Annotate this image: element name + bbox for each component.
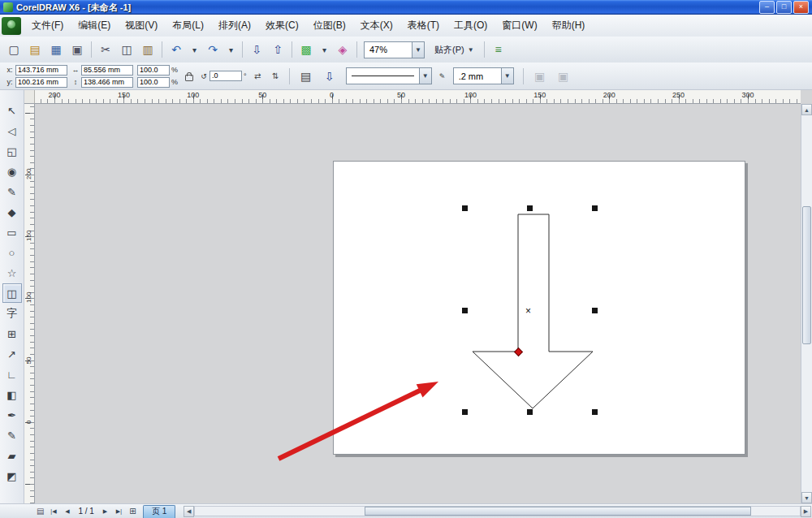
import-button[interactable]: ⇩ — [247, 40, 266, 59]
x-position-field[interactable]: 143.716 mm — [15, 65, 67, 76]
page-tab-1[interactable]: 页 1 — [143, 505, 175, 518]
first-page-button[interactable]: |◀ — [47, 506, 59, 517]
vertical-scrollbar[interactable]: ▲ ▼ — [801, 104, 812, 503]
save-button[interactable]: ▦ — [46, 40, 66, 59]
x-label: x: — [6, 66, 14, 74]
connector-tool[interactable]: ∟ — [2, 365, 22, 384]
window-controls: – □ × — [759, 1, 809, 14]
drawing-canvas[interactable]: × — [35, 104, 801, 503]
menu-item[interactable]: 表格(T) — [400, 15, 447, 36]
vertical-ruler[interactable]: 200150100500 — [24, 104, 35, 503]
outline-width-combo[interactable]: .2 mm ▼ — [453, 67, 514, 84]
menu-item[interactable]: 位图(B) — [306, 15, 353, 36]
object-properties-button[interactable]: ▣ — [530, 67, 550, 86]
vertical-scroll-thumb[interactable] — [802, 206, 811, 344]
scale-x-field[interactable]: 100.0 — [137, 65, 170, 76]
fill-tool[interactable]: ▰ — [2, 446, 22, 465]
menu-item[interactable]: 布局(L) — [165, 15, 211, 36]
scale-y-field[interactable]: 100.0 — [137, 77, 170, 88]
application-launcher-button[interactable]: ▩ — [296, 40, 316, 59]
smart-fill-tool[interactable]: ◆ — [2, 202, 22, 222]
degree-label: ° — [244, 72, 247, 80]
zoom-dropdown-icon[interactable]: ▼ — [412, 42, 424, 58]
print-button[interactable]: ▣ — [67, 40, 87, 59]
menu-item[interactable]: 编辑(E) — [71, 15, 118, 36]
horizontal-scroll-track[interactable] — [194, 506, 801, 516]
interactive-fill-tool[interactable]: ◩ — [2, 466, 22, 486]
ruler-label: 0 — [25, 417, 33, 427]
welcome-screen-button[interactable]: ◈ — [333, 40, 352, 59]
snap-to-dropdown[interactable]: 贴齐(P) ▼ — [429, 41, 480, 58]
eyedropper-tool[interactable]: ✒ — [2, 405, 22, 425]
text-tool[interactable]: 字 — [2, 304, 22, 323]
blend-tool-icon: ◧ — [6, 389, 16, 401]
ellipse-tool[interactable]: ○ — [2, 243, 22, 262]
y-position-field[interactable]: 100.216 mm — [15, 77, 67, 88]
wrap-text-button[interactable]: ▤ — [296, 67, 316, 86]
minimize-button[interactable]: – — [759, 1, 775, 14]
scroll-right-button[interactable]: ▶ — [801, 506, 811, 517]
scroll-down-button[interactable]: ▼ — [801, 492, 812, 503]
copy-button[interactable]: ◫ — [117, 40, 136, 59]
cut-button[interactable]: ✂ — [96, 40, 115, 59]
convert-to-curves-button[interactable]: ⇩ — [320, 67, 339, 86]
horizontal-ruler[interactable]: 20015010050050100150200250300 — [35, 90, 801, 104]
blend-tool[interactable]: ◧ — [2, 385, 22, 404]
menu-item[interactable]: 帮助(H) — [545, 15, 593, 36]
dimension-tool[interactable]: ↗ — [2, 344, 22, 364]
mirror-horizontal-button[interactable]: ⇄ — [251, 69, 265, 84]
next-page-button[interactable]: ▶ — [99, 506, 111, 517]
shape-tool[interactable]: ◁ — [2, 121, 22, 140]
open-button[interactable]: ▤ — [25, 40, 45, 59]
lock-ratio-button[interactable] — [182, 69, 196, 84]
zoom-tool[interactable]: ◉ — [2, 162, 22, 181]
freehand-tool[interactable]: ✎ — [2, 182, 22, 201]
outline-style-dropdown-icon[interactable]: ▼ — [419, 68, 431, 84]
undo-dropdown[interactable]: ▾ — [188, 42, 201, 57]
pick-tool[interactable]: ↖ — [2, 101, 22, 120]
horizontal-scrollbar[interactable]: ◀ ▶ — [184, 506, 811, 517]
redo-button[interactable]: ↷ — [203, 40, 222, 59]
options-button[interactable]: ≡ — [489, 40, 508, 59]
object-height-field[interactable]: 138.466 mm — [81, 77, 133, 88]
add-page-button[interactable]: ⊞ — [127, 506, 139, 517]
menu-item[interactable]: 窗口(W) — [495, 15, 544, 36]
menu-item[interactable]: 文件(F) — [24, 15, 71, 36]
launcher-dropdown[interactable]: ▾ — [317, 42, 331, 57]
polygon-tool[interactable]: ☆ — [2, 263, 22, 283]
outline-width-dropdown-icon[interactable]: ▼ — [501, 68, 513, 84]
coreldraw-logo-icon[interactable] — [2, 17, 21, 35]
ruler-label: 100 — [464, 91, 477, 99]
new-document-button[interactable]: ▢ — [4, 40, 24, 59]
maximize-button[interactable]: □ — [776, 1, 792, 14]
outline-style-combo[interactable]: ▼ — [346, 67, 432, 84]
ellipse-tool-icon: ○ — [9, 247, 15, 259]
outline-pen-tool[interactable]: ✎ — [2, 425, 22, 445]
mirror-vertical-button[interactable]: ⇅ — [269, 69, 283, 84]
graphic-styles-button[interactable]: ▣ — [554, 67, 573, 86]
paste-button[interactable]: ▥ — [138, 40, 158, 59]
scroll-up-button[interactable]: ▲ — [801, 104, 812, 115]
menu-item[interactable]: 文本(X) — [353, 15, 400, 36]
menu-item[interactable]: 排列(A) — [211, 15, 258, 36]
vertical-scroll-track[interactable] — [801, 115, 812, 492]
last-page-button[interactable]: ▶| — [113, 506, 125, 517]
redo-dropdown[interactable]: ▾ — [224, 42, 238, 57]
undo-button[interactable]: ↶ — [166, 40, 186, 59]
rectangle-tool[interactable]: ▭ — [2, 222, 22, 242]
zoom-level-combo[interactable]: 47% ▼ — [364, 41, 425, 58]
horizontal-scroll-thumb[interactable] — [365, 507, 752, 516]
menu-item[interactable]: 视图(V) — [118, 15, 165, 36]
document-page[interactable] — [333, 161, 745, 455]
menu-item[interactable]: 效果(C) — [258, 15, 306, 36]
rotation-angle-field[interactable]: .0 — [209, 71, 242, 81]
crop-tool[interactable]: ◱ — [2, 141, 22, 161]
close-button[interactable]: × — [793, 1, 809, 14]
export-button[interactable]: ⇧ — [268, 40, 287, 59]
menu-item[interactable]: 工具(O) — [447, 15, 495, 36]
basic-shapes-tool[interactable]: ◫ — [2, 283, 22, 303]
object-width-field[interactable]: 85.556 mm — [81, 65, 133, 76]
previous-page-button[interactable]: ◀ — [61, 506, 73, 517]
table-tool[interactable]: ⊞ — [2, 324, 22, 343]
scroll-left-button[interactable]: ◀ — [184, 506, 194, 517]
